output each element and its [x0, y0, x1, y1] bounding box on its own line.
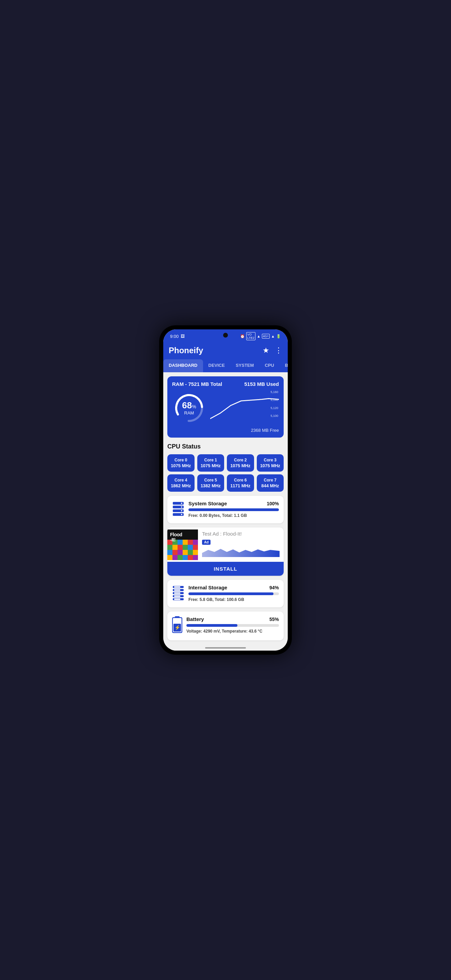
system-storage-icon: [172, 501, 184, 519]
battery-detail: Voltage: 4290 mV, Temperature: 43.6 °C: [186, 629, 279, 633]
chart-area: 5,160 5,140 5,120 5,100: [210, 390, 279, 426]
system-storage-card: System Storage 100% Free: 0.00 Bytes, To…: [167, 496, 284, 523]
tab-system[interactable]: SYSTEM: [230, 360, 259, 372]
signal-icon: ▲: [257, 334, 260, 338]
gauge-sup: %: [192, 404, 196, 409]
system-storage-progress: [189, 508, 279, 511]
battery-fill: [186, 624, 237, 627]
volte-icon: VOLTE2: [246, 332, 256, 340]
star-icon[interactable]: ★: [262, 346, 269, 355]
y-label-2: 5,140: [270, 398, 278, 401]
cpu-core-2: Core 2 1075 MHz: [227, 454, 254, 472]
gauge-text: 68% RAM: [182, 401, 196, 415]
cpu-status-section: CPU Status Core 0 1075 MHz Core 1 1075 M…: [167, 442, 284, 492]
cpu-core-5: Core 5 1382 MHz: [197, 474, 224, 492]
system-storage-name: System Storage: [189, 501, 227, 506]
phone-screen: 9:00 🖼 ⏰ VOLTE2 ▲ 4G+ ▲ 🔋 Phoneify ★ ⋮: [163, 329, 288, 651]
tab-battery[interactable]: BATTERY: [279, 360, 288, 372]
battery-pct: 55%: [269, 617, 279, 622]
tab-cpu[interactable]: CPU: [259, 360, 279, 372]
svg-rect-15: [174, 586, 180, 588]
battery-name: Battery: [186, 616, 204, 622]
y-label-4: 5,100: [270, 414, 278, 417]
gauge-percent: 68: [182, 400, 192, 410]
chart-y-axis: 5,160 5,140 5,120 5,100: [270, 390, 278, 417]
phone-frame: 9:00 🖼 ⏰ VOLTE2 ▲ 4G+ ▲ 🔋 Phoneify ★ ⋮: [159, 325, 292, 655]
internal-storage-info: Internal Storage 94% Free: 5.8 GB, Total…: [189, 585, 279, 602]
ad-content: Test Ad : Flood-It! Ad: [198, 527, 284, 562]
status-icons: ⏰ VOLTE2 ▲ 4G+ ▲ 🔋: [240, 332, 281, 340]
svg-rect-18: [174, 595, 180, 597]
system-storage-info: System Storage 100% Free: 0.00 Bytes, To…: [189, 501, 279, 518]
tab-device[interactable]: DEVICE: [203, 360, 230, 372]
y-label-3: 5,120: [270, 406, 278, 410]
battery-progress: [186, 624, 279, 627]
svg-text:⚡: ⚡: [175, 625, 181, 630]
battery-icon: ⚡: [172, 616, 182, 636]
nav-tabs: DASHBOARD DEVICE SYSTEM CPU BATTERY: [163, 360, 288, 372]
system-storage-fill: [189, 508, 279, 511]
svg-point-6: [181, 503, 182, 504]
tab-dashboard[interactable]: DASHBOARD: [163, 360, 203, 372]
battery-info: Battery 55% Voltage: 4290 mV, Temperatur…: [186, 616, 279, 633]
app-header: Phoneify ★ ⋮: [163, 342, 288, 360]
ram-free: 2368 MB Free: [172, 428, 279, 433]
battery-status-icon: 🔋: [276, 334, 281, 339]
internal-storage-progress: [189, 592, 279, 595]
internal-storage-card: Internal Storage 94% Free: 5.8 GB, Total…: [167, 580, 284, 608]
ad-image: Flood-It!: [167, 530, 198, 560]
install-button[interactable]: INSTALL: [167, 562, 284, 576]
ad-wave: [202, 547, 279, 557]
y-label-1: 5,160: [270, 390, 278, 394]
cpu-core-1: Core 1 1075 MHz: [197, 454, 224, 472]
svg-point-8: [181, 510, 182, 511]
main-content: RAM - 7521 MB Total 5153 MB Used: [163, 372, 288, 644]
ram-gauge: 68% RAM: [172, 391, 206, 425]
camera-notch: [223, 333, 228, 337]
svg-rect-19: [174, 598, 180, 600]
home-indicator[interactable]: [205, 647, 246, 649]
internal-storage-detail: Free: 5.8 GB, Total: 100.6 GB: [189, 597, 279, 602]
status-bar: 9:00 🖼 ⏰ VOLTE2 ▲ 4G+ ▲ 🔋: [163, 329, 288, 342]
cpu-core-3: Core 3 1075 MHz: [257, 454, 284, 472]
internal-storage-pct: 94%: [269, 585, 279, 590]
ad-title: Test Ad : Flood-It!: [202, 531, 279, 537]
cpu-core-4: Core 4 1862 MHz: [167, 474, 195, 492]
ad-card: Flood-It! Test Ad : Flood-It! Ad INSTALL: [167, 527, 284, 576]
gauge-label: RAM: [182, 410, 196, 415]
svg-point-7: [181, 506, 182, 508]
system-storage-detail: Free: 0.00 Bytes, Total: 1.1 GB: [189, 513, 279, 518]
internal-storage-name: Internal Storage: [189, 585, 227, 590]
ram-title: RAM - 7521 MB Total: [172, 381, 222, 387]
home-bar: [163, 644, 288, 651]
internal-storage-fill: [189, 592, 273, 595]
svg-point-9: [181, 514, 182, 515]
app-title: Phoneify: [169, 346, 203, 355]
cpu-core-7: Core 7 844 MHz: [257, 474, 284, 492]
internal-storage-icon: [172, 585, 184, 603]
cpu-section-title: CPU Status: [167, 442, 284, 452]
svg-rect-16: [174, 589, 180, 591]
ad-badge: Ad: [202, 540, 211, 545]
gallery-icon: 🖼: [181, 334, 185, 339]
more-menu-icon[interactable]: ⋮: [275, 346, 282, 355]
lte-icon: 4G+: [262, 334, 270, 339]
ram-card: RAM - 7521 MB Total 5153 MB Used: [167, 376, 284, 438]
ram-used: 5153 MB Used: [244, 381, 279, 387]
svg-rect-17: [174, 592, 180, 594]
cpu-core-6: Core 6 1171 MHz: [227, 474, 254, 492]
alarm-icon: ⏰: [240, 334, 245, 339]
system-storage-pct: 100%: [267, 501, 279, 506]
cpu-grid: Core 0 1075 MHz Core 1 1075 MHz Core 2 1…: [167, 454, 284, 492]
battery-card: ⚡ Battery 55% Voltage: 4290 mV, Temperat…: [167, 611, 284, 640]
status-time: 9:00: [170, 334, 179, 339]
network-icon: ▲: [271, 334, 275, 338]
cpu-core-0: Core 0 1075 MHz: [167, 454, 195, 472]
